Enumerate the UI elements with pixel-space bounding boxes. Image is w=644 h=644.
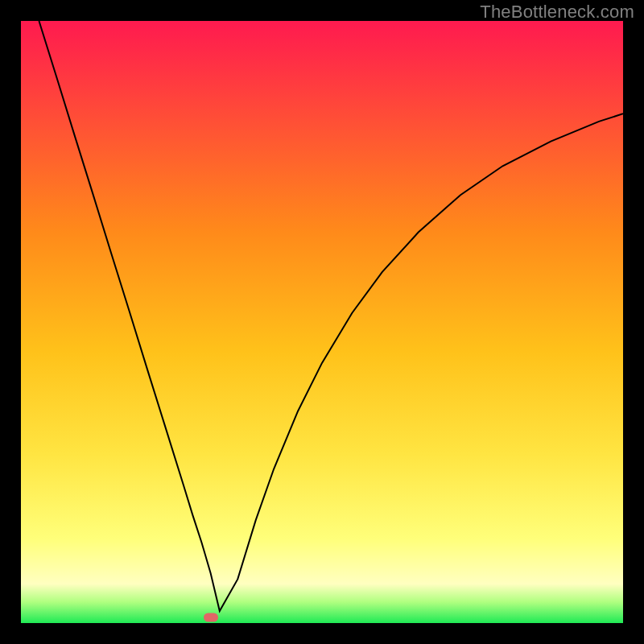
chart-frame: TheBottleneck.com: [0, 0, 644, 644]
plot-area: [21, 21, 623, 623]
watermark-text: TheBottleneck.com: [480, 2, 634, 23]
curve-layer: [21, 21, 623, 623]
current-point-marker: [204, 613, 218, 621]
bottleneck-curve: [39, 21, 623, 611]
